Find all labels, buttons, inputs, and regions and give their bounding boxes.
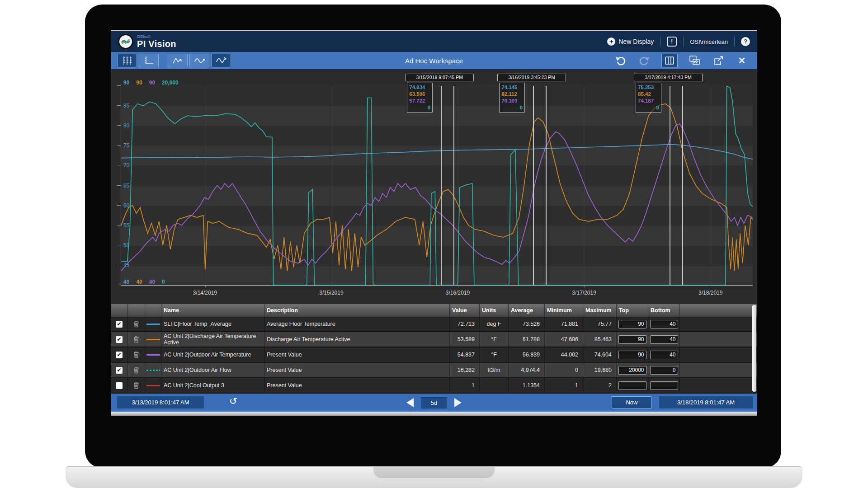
col-units[interactable]: Units	[480, 304, 509, 317]
cell-name: AC Unit 2|Cool Output 3	[161, 378, 264, 393]
day-gridline	[584, 86, 585, 285]
chart-cursor-line[interactable]	[682, 86, 683, 285]
table-row[interactable]: ✔SLTC|Floor Temp_AverageAverage Floor Te…	[111, 317, 757, 332]
table-scrollbar[interactable]	[752, 305, 756, 392]
end-time-box[interactable]: 3/18/2019 8:01:47 AM	[659, 396, 753, 408]
trend-style-bar-button[interactable]	[168, 54, 188, 67]
step-back-button[interactable]	[406, 398, 414, 407]
delete-trace-button[interactable]	[128, 332, 145, 347]
trend-style-line-button[interactable]	[189, 54, 209, 67]
plot-area[interactable]: 8580757065605550453/15/2019 9:07:45 PM74…	[121, 86, 753, 286]
multiple-scales-button[interactable]	[117, 54, 137, 67]
col-top[interactable]: Top	[617, 304, 648, 317]
top-scale-input[interactable]	[618, 351, 646, 359]
col-description[interactable]: Description	[264, 304, 450, 317]
scale-limit-label: 20,000	[162, 80, 179, 86]
bottom-scale-input[interactable]	[650, 381, 678, 390]
bottom-scale-input[interactable]	[650, 335, 678, 344]
table-row[interactable]: ✔AC Unit 2|Outdoor Air TemperaturePresen…	[111, 347, 757, 363]
y-axis-tick	[117, 145, 121, 145]
col-bottom[interactable]: Bottom	[648, 304, 680, 317]
top-scale-input[interactable]	[618, 381, 646, 390]
trace-color-swatch	[146, 339, 160, 340]
trace-table: Name Description Value Units Average Min…	[111, 304, 757, 394]
x-tick-label: 3/16/2019	[446, 290, 470, 296]
delete-trace-button[interactable]	[128, 378, 145, 393]
start-time-box[interactable]: 3/13/2019 8:01:47 AM	[117, 396, 204, 408]
username-label[interactable]: OSI\rmcerlean	[690, 38, 728, 45]
workspace-toolbar: Ad Hoc Workspace	[111, 52, 757, 69]
swatch-cell	[145, 317, 161, 331]
trace-color-swatch	[146, 354, 160, 356]
checkbox-cell	[111, 378, 128, 393]
redo-icon	[638, 55, 650, 66]
chart-cursor-line[interactable]	[453, 86, 454, 285]
now-button[interactable]: Now	[612, 396, 652, 408]
cursor-timestamp[interactable]: 3/16/2019 3:45:23 PM	[497, 74, 566, 81]
col-value[interactable]: Value	[450, 304, 480, 317]
day-gridline	[711, 86, 711, 285]
col-maximum[interactable]: Maximum	[583, 304, 617, 317]
undo-button[interactable]	[614, 55, 627, 66]
single-scale-button[interactable]	[139, 54, 159, 67]
checkbox-cell: ✔	[111, 332, 128, 347]
refresh-icon[interactable]: ↺	[229, 396, 237, 407]
top-scale-input[interactable]	[618, 335, 646, 344]
bottom-scale-input[interactable]	[650, 351, 678, 359]
trend-line	[121, 86, 753, 285]
cursor-timestamp[interactable]: 3/15/2019 9:07:45 PM	[405, 74, 474, 81]
col-name[interactable]: Name	[161, 304, 264, 317]
trace-checkbox-checked[interactable]: ✔	[116, 367, 123, 374]
copy-display-button[interactable]	[689, 55, 701, 66]
col-minimum[interactable]: Minimum	[545, 304, 583, 317]
new-display-button[interactable]: + New Display	[607, 38, 654, 46]
cell-description: Discharge Air Temperature Active	[264, 332, 450, 347]
top-scale-input[interactable]	[618, 366, 646, 375]
cell-average: 1.1354	[509, 378, 545, 393]
day-gridline	[332, 86, 332, 285]
bottom-scale-input[interactable]	[650, 366, 678, 375]
cursor-values-box: 74.03463.50657.7220	[407, 83, 433, 113]
redo-button[interactable]	[638, 55, 651, 66]
chart-cursor-line[interactable]	[441, 86, 442, 285]
y-tick-label: 75	[123, 142, 129, 149]
delete-trace-button[interactable]	[128, 317, 145, 331]
col-average[interactable]: Average	[509, 304, 545, 317]
help-icon[interactable]: ?	[741, 37, 750, 46]
osisoft-logo-icon[interactable]	[118, 34, 133, 49]
trace-checkbox-checked[interactable]: ✔	[116, 336, 123, 343]
chart-cursor-line[interactable]	[533, 86, 534, 285]
step-forward-button[interactable]	[454, 398, 462, 407]
day-gridline	[205, 86, 206, 285]
chart-cursor-line[interactable]	[670, 86, 670, 285]
notifications-icon[interactable]: !	[667, 37, 677, 47]
cell-maximum: 85.463	[583, 332, 617, 347]
chart-cursor-line[interactable]	[546, 86, 547, 285]
table-row[interactable]: ✔AC Unit 2|Discharge Air Temperature Act…	[111, 332, 757, 347]
show-table-button[interactable]	[661, 54, 678, 67]
trace-checkbox-checked[interactable]: ✔	[116, 352, 123, 358]
export-button[interactable]	[712, 55, 725, 66]
time-range-box[interactable]: 5d	[421, 397, 447, 408]
trace-checkbox-unchecked[interactable]	[116, 382, 123, 389]
y-tick-label: 80	[123, 122, 129, 129]
trace-color-swatch	[146, 370, 160, 371]
header-actions: + New Display ! OSI\rmcerlean ?	[607, 37, 750, 47]
bottom-scale-input[interactable]	[650, 320, 678, 328]
trend-style-group	[168, 54, 231, 67]
top-scale-input[interactable]	[618, 320, 646, 328]
cursor-timestamp[interactable]: 3/17/2019 4:17:43 PM	[634, 74, 703, 81]
trend-edit-button[interactable]	[211, 54, 231, 67]
y-axis-tick	[117, 85, 121, 86]
col-check	[111, 304, 128, 317]
delete-trace-button[interactable]	[128, 347, 145, 362]
delete-trace-button[interactable]	[128, 363, 145, 377]
cell-units: ft3/m	[480, 363, 509, 377]
table-row[interactable]: ✔AC Unit 2|Outdoor Air FlowPresent Value…	[111, 363, 757, 378]
close-workspace-button[interactable]: ✕	[736, 55, 748, 66]
trace-color-swatch	[146, 324, 160, 325]
cell-value: 72.713	[450, 317, 480, 331]
cell-minimum: 47.686	[545, 332, 583, 347]
trace-checkbox-checked[interactable]: ✔	[116, 321, 123, 328]
table-row[interactable]: AC Unit 2|Cool Output 3Present Value11.1…	[111, 378, 757, 394]
